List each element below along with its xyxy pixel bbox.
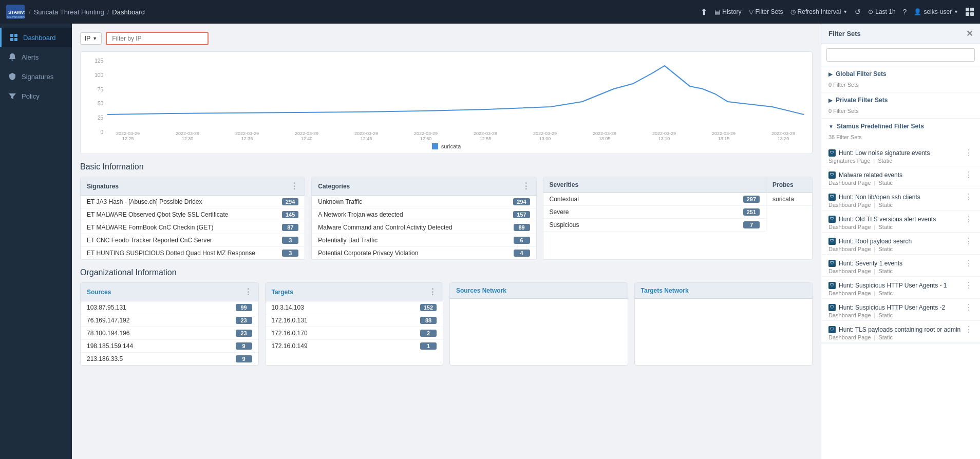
- xaxis-tick-2: 2022-03-2912:35: [227, 131, 268, 141]
- sidebar-item-policy[interactable]: Policy: [0, 86, 72, 106]
- filter-item-title-3: 🛡 Hunt: Old TLS versions alert events ⋮: [828, 214, 973, 224]
- breadcrumb-threat-hunting[interactable]: Suricata Threat Hunting: [34, 8, 104, 16]
- table-row: 213.186.33.5 9: [81, 353, 258, 365]
- list-item[interactable]: 🛡 Malware related events ⋮ Dashboard Pag…: [821, 166, 980, 188]
- upload-icon[interactable]: ⬆: [701, 7, 707, 17]
- yaxis-50: 50: [98, 101, 103, 106]
- filter-icon: [8, 92, 16, 100]
- filter-sets-search-input[interactable]: [826, 48, 975, 62]
- sig-count-0: 294: [282, 198, 298, 205]
- ip-label: IP: [85, 35, 90, 42]
- cat-count-1: 157: [513, 211, 530, 218]
- list-item[interactable]: 🛡 Hunt: TLS payloads containing root or …: [821, 321, 980, 343]
- breadcrumb-dashboard: Dashboard: [112, 8, 145, 16]
- refresh-interval-label: Refresh Interval: [798, 8, 841, 15]
- apps-grid-icon[interactable]: [966, 8, 974, 16]
- table-row: suricata: [766, 193, 812, 206]
- global-filter-sets-toggle[interactable]: ▶ Global Filter Sets: [821, 66, 980, 82]
- sidebar-item-dashboard[interactable]: Dashboard: [0, 28, 72, 47]
- sources-card: Sources ⋮ 103.87.95.131 99 76.169.147.19…: [80, 282, 259, 366]
- table-row: 76.169.147.192 23: [81, 314, 258, 327]
- filter-item-menu-5[interactable]: ⋮: [965, 258, 973, 268]
- table-row: 198.185.159.144 9: [81, 340, 258, 353]
- sig-label-2: ET MALWARE FormBook CnC Checkin (GET): [87, 224, 214, 231]
- list-item[interactable]: 🛡 Hunt: Non lib/open ssh clients ⋮ Dashb…: [821, 188, 980, 211]
- list-item[interactable]: 🛡 Hunt: Severity 1 events ⋮ Dashboard Pa…: [821, 255, 980, 277]
- table-row: Contextual 297: [543, 193, 766, 206]
- sidebar-item-alerts[interactable]: Alerts: [0, 47, 72, 67]
- categories-title: Categories: [318, 183, 350, 190]
- src-label-2: 78.100.194.196: [87, 330, 129, 337]
- stamus-filter-sets-toggle[interactable]: ▼ Stamus Predefined Filter Sets: [821, 119, 980, 134]
- shield-icon-1: 🛡: [828, 171, 836, 179]
- filter-item-menu-6[interactable]: ⋮: [965, 280, 973, 290]
- filter-sets-button[interactable]: ▽ Filter Sets: [749, 8, 783, 15]
- user-menu-button[interactable]: 👤 selks-user ▼: [914, 8, 958, 15]
- xaxis-tick-7: 2022-03-2913:00: [524, 131, 566, 141]
- signatures-menu-button[interactable]: ⋮: [290, 181, 298, 191]
- list-item[interactable]: 🛡 Hunt: Suspicious HTTP User Agents - 1 …: [821, 277, 980, 299]
- yaxis-75: 75: [98, 87, 103, 92]
- table-row: ET MALWARE FormBook CnC Checkin (GET) 87: [81, 221, 305, 234]
- filter-item-title-8: 🛡 Hunt: TLS payloads containing root or …: [828, 324, 973, 334]
- src-count-0: 99: [236, 304, 252, 311]
- shield-icon-2: 🛡: [828, 194, 836, 201]
- filter-item-menu-1[interactable]: ⋮: [965, 170, 973, 180]
- org-info-title: Organizational Information: [80, 268, 813, 277]
- private-filter-sets-count: 0 Filter Sets: [821, 108, 980, 118]
- org-info-section: Organizational Information Sources ⋮ 103…: [80, 268, 813, 366]
- basic-info-tables: Signatures ⋮ ET JA3 Hash - [Abuse.ch] Po…: [80, 177, 813, 260]
- filter-item-menu-0[interactable]: ⋮: [965, 148, 973, 158]
- sidebar-item-signatures[interactable]: Signatures: [0, 67, 72, 86]
- severities-section: Severities Contextual 297 Severe 251 Sus…: [543, 177, 766, 232]
- filter-item-menu-2[interactable]: ⋮: [965, 192, 973, 202]
- targets-network-header: Targets Network: [635, 283, 813, 299]
- list-item[interactable]: 🛡 Hunt: Low noise signature events ⋮ Sig…: [821, 144, 980, 166]
- list-item[interactable]: 🛡 Hunt: Suspicious HTTP User Agents -2 ⋮…: [821, 299, 980, 321]
- filter-item-label-6: Hunt: Suspicious HTTP User Agents - 1: [839, 282, 947, 289]
- probes-header: Probes: [766, 177, 812, 193]
- probe-label-0: suricata: [772, 196, 794, 203]
- refresh-interval-button[interactable]: ◷ Refresh Interval ▼: [790, 8, 848, 15]
- categories-menu-button[interactable]: ⋮: [522, 181, 530, 191]
- src-label-0: 103.87.95.131: [87, 304, 126, 311]
- svg-rect-6: [14, 38, 17, 41]
- private-filter-sets-toggle[interactable]: ▶ Private Filter Sets: [821, 92, 980, 108]
- list-item[interactable]: 🛡 Hunt: Old TLS versions alert events ⋮ …: [821, 211, 980, 233]
- yaxis-125: 125: [95, 58, 103, 64]
- cat-label-1: A Network Trojan was detected: [318, 211, 403, 218]
- ip-filter-dropdown[interactable]: IP ▼: [80, 32, 102, 45]
- filter-item-title-4: 🛡 Hunt: Root payload search ⋮: [828, 236, 973, 246]
- table-row: 172.16.0.170 2: [266, 327, 443, 340]
- shield-icon-6: 🛡: [828, 282, 836, 289]
- history-button[interactable]: ▤ History: [714, 8, 741, 15]
- svg-text:NETWORKS: NETWORKS: [7, 15, 25, 18]
- filter-item-sub-8: Dashboard Page | Static: [828, 334, 973, 340]
- yaxis-25: 25: [98, 115, 103, 121]
- filter-item-menu-8[interactable]: ⋮: [965, 324, 973, 334]
- filter-panel-title: Filter Sets: [828, 30, 861, 37]
- list-item[interactable]: 🛡 Hunt: Root payload search ⋮ Dashboard …: [821, 233, 980, 255]
- table-row: 78.100.194.196 23: [81, 327, 258, 340]
- logo: STAMVS NETWORKS: [6, 5, 25, 19]
- filter-item-menu-3[interactable]: ⋮: [965, 214, 973, 224]
- close-panel-button[interactable]: ✕: [966, 29, 973, 39]
- table-row: Unknown Traffic 294: [312, 196, 536, 208]
- filter-item-label-4: Hunt: Root payload search: [839, 238, 912, 245]
- filter-item-menu-4[interactable]: ⋮: [965, 236, 973, 246]
- private-filter-sets-label: Private Filter Sets: [836, 97, 888, 104]
- probes-section: Probes suricata: [766, 177, 812, 232]
- filter-input[interactable]: [106, 32, 209, 45]
- cat-count-4: 4: [514, 250, 530, 257]
- help-icon[interactable]: ?: [903, 8, 907, 16]
- xaxis-tick-3: 2022-03-2912:40: [286, 131, 327, 141]
- filter-item-menu-7[interactable]: ⋮: [965, 302, 973, 312]
- last-time-button[interactable]: ⊙ Last 1h: [868, 8, 895, 15]
- filter-item-sub-4: Dashboard Page | Static: [828, 246, 973, 252]
- refresh-icon[interactable]: ↺: [855, 8, 861, 16]
- last-label: Last 1h: [875, 8, 895, 15]
- sidebar-policy-label: Policy: [22, 92, 40, 100]
- filter-item-label-1: Malware related events: [839, 171, 902, 179]
- targets-menu-button[interactable]: ⋮: [428, 287, 437, 297]
- sources-menu-button[interactable]: ⋮: [244, 287, 252, 297]
